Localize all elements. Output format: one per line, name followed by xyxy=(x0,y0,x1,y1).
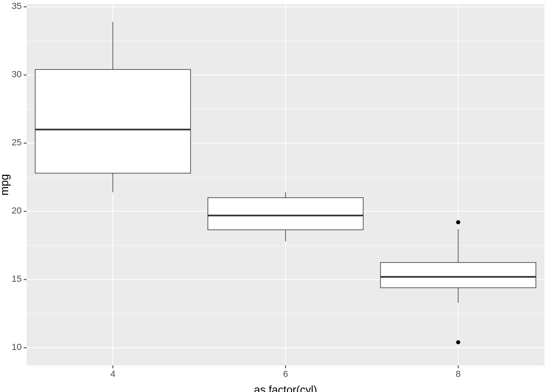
x-axis-title: as.factor(cyl) xyxy=(254,384,317,392)
svg-rect-29 xyxy=(208,198,363,229)
y-axis-title: mpg xyxy=(0,174,11,196)
y-tick-label: 30 xyxy=(12,69,22,79)
svg-rect-33 xyxy=(380,263,536,288)
y-tick-label: 35 xyxy=(12,1,22,11)
outlier xyxy=(456,340,460,344)
boxplot-chart: 101520253035468as.factor(cyl)mpg xyxy=(0,0,549,392)
x-tick-label: 6 xyxy=(283,369,288,379)
x-tick-label: 4 xyxy=(110,369,115,379)
y-axis: 101520253035 xyxy=(12,1,27,352)
y-tick-label: 25 xyxy=(12,137,22,147)
y-tick-label: 20 xyxy=(12,205,22,216)
svg-rect-25 xyxy=(35,69,190,173)
x-tick-label: 8 xyxy=(456,369,461,379)
x-axis: 468 xyxy=(110,365,461,379)
y-tick-label: 15 xyxy=(12,274,22,284)
outlier xyxy=(456,220,460,224)
y-tick-label: 10 xyxy=(12,342,22,352)
